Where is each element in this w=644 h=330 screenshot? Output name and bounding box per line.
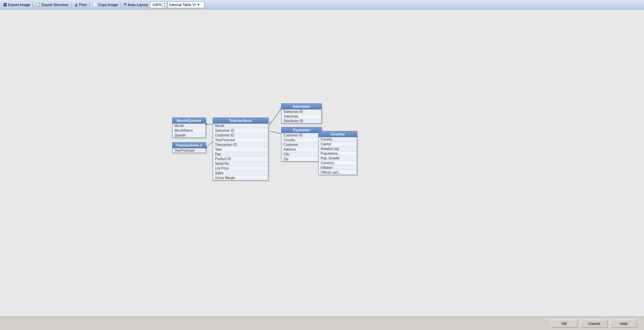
auto-layout-label: Auto-Layout — [128, 3, 148, 7]
toolbar: 🖼 Export Image 📋 Export Structure 🖨 Prin… — [0, 0, 644, 9]
field-cu-customer-id: Customer ID — [281, 133, 321, 138]
separator-1 — [33, 2, 33, 7]
field-tr-serial-no: Serial No — [213, 161, 268, 166]
field-yearforecast-t1: YearForecast — [172, 148, 206, 153]
view-dropdown[interactable]: Internal Table Vi ▼ — [167, 1, 205, 8]
field-co-inflation: Inflation — [319, 166, 357, 170]
field-cu-country: Country — [281, 138, 321, 143]
export-image-label: Export Image — [8, 3, 30, 7]
table-customer: Customer Customer ID Country Customer Ad… — [281, 127, 322, 161]
field-sm-salesman-id: Salesman ID — [281, 109, 321, 114]
field-tr-yearforecast: YearForecast — [213, 138, 268, 143]
ok-button[interactable]: OK — [551, 320, 578, 328]
table-transactions1-header: Transactions-1 — [172, 143, 206, 148]
view-dropdown-arrow: ▼ — [197, 3, 200, 6]
export-image-button[interactable]: 🖼 Export Image — [2, 2, 31, 7]
field-co-area: Area(km.sq) — [319, 147, 357, 151]
separator-2 — [71, 2, 72, 7]
field-co-official-name: Official nam... — [319, 170, 357, 175]
separator-3 — [89, 2, 90, 7]
help-button[interactable]: Help — [610, 320, 637, 328]
table-salesman: Salesman Salesman ID Salesman Distributo… — [281, 103, 322, 124]
copy-image-button[interactable]: 📄 Copy Image — [91, 2, 119, 7]
cancel-button[interactable]: Cancel — [581, 320, 608, 328]
main-canvas: MonthQuarter Month MonthName Quarter Tra… — [0, 9, 644, 316]
zoom-input[interactable] — [150, 3, 162, 7]
bottom-bar: OK Cancel Help — [0, 316, 644, 330]
svg-line-10 — [269, 123, 271, 125]
table-transactions1: Transactions-1 YearForecast — [172, 142, 206, 153]
table-transactions-header: Transactions — [213, 118, 268, 124]
table-customer-header: Customer — [281, 127, 321, 133]
print-icon: 🖨 — [74, 3, 78, 7]
print-label: Print — [79, 3, 87, 7]
field-co-capital: Capital — [319, 142, 357, 147]
field-tr-gross-margin: Gross Margin — [213, 176, 268, 180]
svg-line-2 — [205, 141, 213, 148]
field-cu-address: Address — [281, 147, 321, 152]
print-button[interactable]: 🖨 Print — [73, 2, 88, 7]
field-month: Month — [172, 124, 206, 128]
field-tr-year: Year — [213, 147, 268, 152]
separator-4 — [121, 2, 121, 7]
table-monthquarter-header: MonthQuarter — [172, 118, 206, 124]
view-label: Internal Table Vi — [169, 3, 195, 7]
export-structure-button[interactable]: 📋 Export Structure — [34, 2, 70, 7]
auto-layout-icon: ⟳ — [124, 2, 127, 7]
copy-image-icon: 📄 — [92, 2, 97, 7]
copy-image-label: Copy Image — [98, 3, 118, 7]
field-sm-distributor-id: Distributor ID — [281, 119, 321, 123]
auto-layout-button[interactable]: ⟳ Auto-Layout — [123, 2, 149, 7]
export-image-icon: 🖼 — [3, 3, 7, 7]
table-country: Country Country Capital Area(km.sq) Popu… — [318, 131, 357, 175]
field-tr-customer-id: Customer ID — [213, 133, 268, 138]
field-co-country: Country — [319, 137, 357, 142]
export-structure-icon: 📋 — [36, 2, 41, 7]
table-country-header: Country — [319, 131, 357, 137]
field-cu-zip: Zip — [281, 157, 321, 161]
table-transactions: Transactions Month Salesman ID Customer … — [213, 118, 268, 180]
field-quarter: Quarter — [172, 133, 206, 137]
svg-line-9 — [269, 121, 271, 123]
field-cu-city: City — [281, 152, 321, 157]
field-tr-transaction-id: Transaction ID — [213, 143, 268, 147]
field-tr-product-id: Product ID — [213, 157, 268, 161]
field-tr-day: Day — [213, 152, 268, 157]
zoom-arrows[interactable]: ▲ ▼ — [162, 2, 166, 8]
field-tr-salesman-id: Salesman ID — [213, 128, 268, 133]
field-monthname: MonthName — [172, 128, 206, 133]
field-co-currency: Currency — [319, 161, 357, 166]
field-tr-month: Month — [213, 124, 268, 128]
field-tr-sales: Sales — [213, 171, 268, 176]
field-co-population: Population(... — [319, 151, 357, 156]
export-structure-label: Export Structure — [42, 3, 68, 7]
table-monthquarter: MonthQuarter Month MonthName Quarter — [172, 118, 206, 138]
field-cu-customer: Customer — [281, 143, 321, 147]
svg-line-5 — [270, 131, 281, 134]
svg-line-4 — [270, 109, 281, 124]
field-sm-salesman: Salesman — [281, 114, 321, 119]
field-tr-list-price: List Price — [213, 166, 268, 171]
zoom-control[interactable]: ▲ ▼ — [150, 1, 167, 8]
table-salesman-header: Salesman — [281, 104, 321, 109]
field-co-pop-growth: Pop. Growth — [319, 156, 357, 161]
